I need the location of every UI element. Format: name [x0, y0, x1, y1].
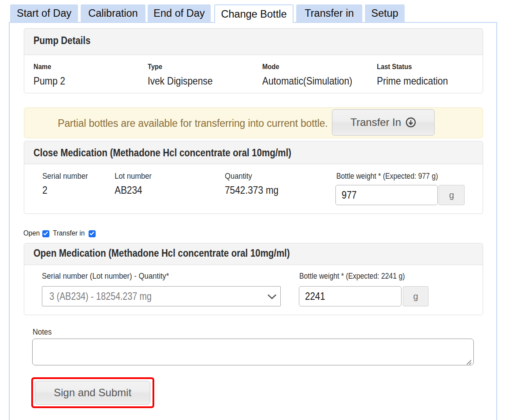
tab-setup[interactable]: Setup — [365, 4, 405, 22]
notes-textarea[interactable] — [32, 339, 474, 365]
open-checkbox[interactable] — [42, 230, 49, 237]
open-serial-select[interactable]: 3 (AB234) - 18254.237 mg — [42, 286, 281, 306]
sign-and-submit-label: Sign and Submit — [54, 387, 131, 399]
pump-status-label: Last Status — [377, 63, 412, 71]
arrow-down-circle-icon — [406, 117, 416, 128]
pump-details-heading: Pump Details — [24, 29, 483, 55]
open-unit-text: g — [413, 291, 418, 302]
close-serial-value: 2 — [42, 184, 48, 196]
close-bottle-weight-unit: g — [439, 185, 465, 205]
pump-type-value: Ivek Digispense — [148, 75, 212, 87]
open-bottle-weight-input[interactable]: 2241 — [299, 286, 402, 306]
pump-details-title: Pump Details — [33, 34, 90, 47]
close-lot-value: AB234 — [115, 184, 142, 196]
checkmark-icon — [89, 232, 94, 236]
transfer-in-button[interactable]: Transfer In — [332, 109, 435, 136]
pump-mode-value: Automatic(Simulation) — [262, 75, 352, 87]
pump-mode-label: Mode — [262, 63, 279, 71]
transfer-in-checkbox[interactable] — [89, 230, 96, 237]
pump-status-value: Prime medication — [377, 75, 448, 87]
close-medication-title: Close Medication (Methadone Hcl concentr… — [33, 147, 291, 159]
notes-label: Notes — [33, 328, 52, 336]
close-unit-text: g — [449, 190, 454, 200]
partial-bottles-alert-text: Partial bottles are available for transf… — [58, 117, 328, 129]
pump-type-label: Type — [148, 63, 162, 71]
close-serial-label: Serial number — [42, 172, 88, 181]
open-serial-select-value: 3 (AB234) - 18254.237 mg — [49, 290, 152, 302]
close-lot-label: Lot number — [115, 172, 152, 181]
checkmark-icon — [43, 232, 48, 236]
open-checkbox-label: Open — [23, 229, 40, 238]
tab-transfer-in[interactable]: Transfer in — [296, 4, 362, 22]
close-bottle-weight-value: 977 — [342, 189, 357, 201]
sign-and-submit-button[interactable]: Sign and Submit — [35, 381, 150, 405]
open-bottle-weight-label: Bottle weight * (Expected: 2241 g) — [299, 272, 405, 280]
pump-name-label: Name — [33, 63, 51, 71]
transfer-in-checkbox-label: Transfer in — [53, 229, 85, 238]
change-bottle-page: Start of Day Calibration End of Day Chan… — [0, 0, 506, 420]
close-medication-heading: Close Medication (Methadone Hcl concentr… — [24, 141, 483, 164]
tab-start-of-day[interactable]: Start of Day — [10, 4, 78, 22]
transfer-in-button-label: Transfer In — [350, 116, 401, 129]
close-bottle-weight-input[interactable]: 977 — [335, 185, 438, 205]
open-serial-select-label: Serial number (Lot number) - Quantity* — [42, 272, 169, 280]
pump-name-value: Pump 2 — [33, 75, 65, 87]
tab-end-of-day[interactable]: End of Day — [148, 4, 211, 22]
close-quantity-value: 7542.373 mg — [225, 184, 279, 196]
close-bottle-weight-label: Bottle weight * (Expected: 977 g) — [336, 172, 438, 181]
open-medication-heading: Open Medication (Methadone Hcl concentra… — [24, 243, 483, 265]
open-bottle-weight-value: 2241 — [305, 290, 325, 302]
close-quantity-label: Quantity — [225, 172, 252, 181]
tab-calibration[interactable]: Calibration — [81, 4, 145, 22]
open-medication-title: Open Medication (Methadone Hcl concentra… — [33, 247, 290, 259]
chevron-down-icon — [267, 294, 277, 299]
open-bottle-weight-unit: g — [403, 286, 428, 306]
tab-change-bottle[interactable]: Change Bottle — [214, 4, 294, 23]
